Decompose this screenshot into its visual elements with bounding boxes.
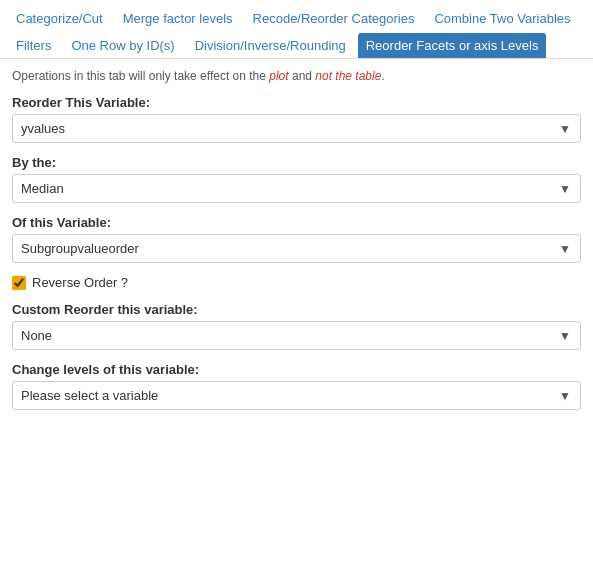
tab-categorize-cut[interactable]: Categorize/Cut [8,6,111,31]
note-italic-not-table: not the table [315,69,381,83]
operations-note: Operations in this tab will only take ef… [12,69,581,83]
note-italic-plot: plot [269,69,288,83]
reverse-order-row: Reverse Order ? [12,275,581,290]
tab-merge-factor-levels[interactable]: Merge factor levels [115,6,241,31]
reorder-variable-wrapper: yvalues ▼ [12,114,581,143]
of-this-variable-label: Of this Variable: [12,215,581,230]
reverse-order-label: Reverse Order ? [32,275,128,290]
change-levels-label: Change levels of this variable: [12,362,581,377]
reverse-order-checkbox[interactable] [12,276,26,290]
reorder-variable-label: Reorder This Variable: [12,95,581,110]
of-this-variable-group: Of this Variable: Subgroupvalueorder ▼ [12,215,581,263]
custom-reorder-label: Custom Reorder this variable: [12,302,581,317]
by-the-group: By the: Median ▼ [12,155,581,203]
of-this-variable-wrapper: Subgroupvalueorder ▼ [12,234,581,263]
by-the-select[interactable]: Median [12,174,581,203]
custom-reorder-select[interactable]: None [12,321,581,350]
change-levels-group: Change levels of this variable: Please s… [12,362,581,410]
reorder-variable-select[interactable]: yvalues [12,114,581,143]
content-area: Operations in this tab will only take ef… [0,59,593,432]
tab-division-inverse-rounding[interactable]: Division/Inverse/Rounding [187,33,354,58]
change-levels-select[interactable]: Please select a variable [12,381,581,410]
tab-combine-two-vars[interactable]: Combine Two Variables [426,6,578,31]
of-this-variable-select[interactable]: Subgroupvalueorder [12,234,581,263]
by-the-label: By the: [12,155,581,170]
custom-reorder-group: Custom Reorder this variable: None ▼ [12,302,581,350]
tab-filters[interactable]: Filters [8,33,59,58]
tab-one-row-by-ids[interactable]: One Row by ID(s) [63,33,182,58]
change-levels-wrapper: Please select a variable ▼ [12,381,581,410]
reorder-variable-group: Reorder This Variable: yvalues ▼ [12,95,581,143]
tab-reorder-facets[interactable]: Reorder Facets or axis Levels [358,33,547,58]
tab-recode-reorder[interactable]: Recode/Reorder Categories [245,6,423,31]
tab-bar: Categorize/Cut Merge factor levels Recod… [0,0,593,59]
by-the-wrapper: Median ▼ [12,174,581,203]
custom-reorder-wrapper: None ▼ [12,321,581,350]
